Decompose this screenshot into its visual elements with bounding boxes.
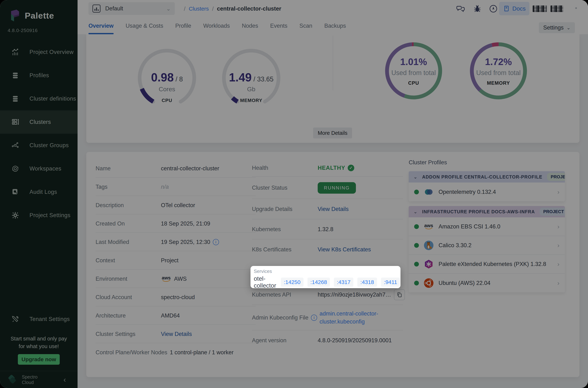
sidebar-item-profiles[interactable]: Profiles: [0, 64, 78, 87]
top-header: Default ⌄ / Clusters / central-collector…: [78, 0, 588, 18]
cpu-donut-subtitle: Used from total: [385, 69, 442, 77]
breadcrumb-clusters-link[interactable]: Clusters: [189, 6, 209, 12]
service-port-link[interactable]: :14250: [281, 278, 303, 287]
tab-scan[interactable]: Scan: [299, 18, 312, 34]
spectro-cloud-logo-icon: [7, 374, 19, 386]
profile-layer-row-opentelemetry[interactable]: Opentelemetry 0.132.4 ›: [409, 183, 565, 201]
infrastructure-profile-group: ⌄ INFRASTRUCTURE PROFILE DOCS-AWS-INFRA …: [409, 206, 565, 292]
cluster-settings-view-details-link[interactable]: View Details: [161, 331, 192, 337]
memory-usage-donut-chart: 1.72% Used from total MEMORY: [470, 42, 527, 100]
breadcrumb-current-cluster: central-collector-cluster: [217, 5, 281, 12]
detail-row-last-modified: Last Modified 19 Sep 2025, 12:30 i: [96, 233, 258, 251]
sidebar-item-cluster-groups[interactable]: Cluster Groups: [0, 134, 78, 157]
cpu-gauge-title: CPU: [134, 98, 200, 103]
tab-events[interactable]: Events: [270, 18, 287, 34]
info-icon[interactable]: i: [213, 239, 219, 245]
detail-row-nodes: Control Plane/Worker Nodes 1 control-pla…: [96, 343, 258, 362]
tools-icon: [11, 315, 20, 323]
admin-kubeconfig-link[interactable]: admin.central-collector-cluster.kubeconf…: [319, 310, 405, 326]
view-k8s-certificates-link[interactable]: View K8s Certificates: [318, 246, 371, 253]
service-port-link[interactable]: :4317: [334, 278, 353, 287]
sidebar: Palette 4.8.0-250916 Project Overview Pr…: [0, 0, 78, 388]
services-label: Services: [254, 268, 397, 274]
palette-logo: Palette: [7, 9, 54, 22]
tab-overview[interactable]: Overview: [89, 18, 113, 34]
profile-layer-row-ebs-csi[interactable]: aws Amazon EBS CSI 1.46.0 ›: [409, 217, 565, 236]
profile-layer-row-calico[interactable]: Calico 3.30.2 ›: [409, 236, 565, 255]
tags-value: n/a: [161, 184, 169, 190]
memory-gauge-title: MEMORY: [218, 98, 284, 103]
redacted-username-block: [550, 5, 563, 12]
redacted-username-block: [533, 5, 547, 12]
upgrade-view-details-link[interactable]: View Details: [318, 206, 349, 212]
info-icon[interactable]: i: [311, 315, 317, 321]
sidebar-collapse-chevron-icon[interactable]: ‹: [64, 376, 66, 384]
opentelemetry-logo-icon: [424, 187, 434, 197]
chevron-down-icon: ⌄: [166, 5, 171, 12]
docs-button[interactable]: Docs: [499, 2, 529, 15]
status-row-k8s-certificates: K8s Certificates View K8s Certificates: [252, 239, 405, 260]
sidebar-item-project-overview[interactable]: Project Overview: [0, 40, 78, 64]
detail-row-description: Description OTel collector: [96, 196, 258, 214]
audit-log-icon: [11, 188, 20, 196]
nodes-value: 1 control-plane / 1 worker: [170, 349, 234, 356]
kubernetes-version-value: 1.32.8: [318, 226, 333, 233]
detail-row-name: Name central-collector-cluster: [96, 159, 258, 178]
cpu-unit-label: Cores: [134, 86, 200, 93]
chevron-right-icon: ›: [557, 188, 559, 195]
tab-profile[interactable]: Profile: [175, 18, 191, 34]
service-port-link[interactable]: :9411: [381, 278, 400, 287]
sidebar-item-label: Clusters: [29, 119, 51, 125]
running-status-badge: RUNNING: [318, 182, 356, 194]
sidebar-nav: Project Overview Profiles Cluster defini…: [0, 40, 78, 227]
context-value: Project: [161, 257, 178, 264]
detail-row-tags: Tags n/a: [96, 178, 258, 196]
project-badge: PROJECT: [540, 208, 565, 216]
status-row-upgrade-details: Upgrade Details View Details: [252, 199, 405, 219]
sidebar-item-tenant-settings[interactable]: Tenant Settings: [0, 308, 78, 331]
status-row-agent-version: Agent version 4.8.0-250919/20250919.0001: [252, 330, 405, 350]
presence-dot: [575, 7, 577, 9]
detail-row-architecture: Architecture AMD64: [96, 306, 258, 325]
status-row-cluster-status: Cluster Status RUNNING: [252, 177, 405, 199]
sidebar-item-project-settings[interactable]: Project Settings: [0, 204, 78, 227]
feedback-chat-icon[interactable]: [456, 4, 465, 13]
layers-icon: [11, 71, 20, 80]
sidebar-item-audit-logs[interactable]: Audit Logs: [0, 180, 78, 204]
profile-layer-row-pxk[interactable]: Palette eXtended Kubernetes (PXK) 1.32.8…: [409, 255, 565, 274]
upgrade-now-button[interactable]: Upgrade now: [18, 354, 60, 365]
sidebar-item-clusters[interactable]: Clusters: [0, 110, 78, 134]
settings-button[interactable]: Settings ⌄: [539, 22, 575, 33]
service-port-link[interactable]: :14268: [307, 278, 330, 287]
project-scope-value: Default: [105, 5, 123, 12]
more-details-button[interactable]: More Details: [313, 127, 352, 138]
tab-workloads[interactable]: Workloads: [203, 18, 230, 34]
architecture-value: AMD64: [161, 312, 180, 319]
upgrade-promo: Start small and only pay for what you us…: [0, 335, 78, 350]
sidebar-item-workspaces[interactable]: Workspaces: [0, 157, 78, 180]
project-scope-dropdown[interactable]: Default ⌄: [89, 2, 175, 15]
cloud-account-value: spectro-cloud: [161, 294, 195, 301]
sidebar-item-cluster-definitions[interactable]: Cluster definitions: [0, 87, 78, 110]
copy-icon[interactable]: [394, 289, 405, 300]
tab-usage-costs[interactable]: Usage & Costs: [126, 18, 163, 34]
created-on-value: 18 Sep 2025, 21:09: [161, 220, 210, 227]
cpu-usage-donut-chart: 1.01% Used from total CPU: [385, 42, 442, 100]
memory-gauge-chart: 1.49/ 33.65 Gb MEMORY: [218, 45, 284, 111]
memory-total-value: / 33.65: [253, 75, 273, 83]
chevron-down-icon: ⌄: [413, 209, 417, 215]
sidebar-tenant-section: Tenant Settings: [0, 308, 78, 331]
service-port-link[interactable]: :4318: [357, 278, 377, 287]
help-compass-icon[interactable]: [489, 4, 498, 13]
profile-layer-row-ubuntu[interactable]: Ubuntu (AWS) 22.04 ›: [409, 274, 565, 292]
breadcrumb: / Clusters / central-collector-cluster: [184, 0, 281, 18]
tab-nodes[interactable]: Nodes: [242, 18, 258, 34]
cluster-profiles-panel: Cluster Profiles ⌄ ADDON PROFILE CENTRAL…: [409, 159, 565, 297]
infrastructure-profile-header[interactable]: ⌄ INFRASTRUCTURE PROFILE DOCS-AWS-INFRA …: [409, 206, 565, 217]
addon-profile-header[interactable]: ⌄ ADDON PROFILE CENTRAL-COLLECTOR-PROFIL…: [409, 171, 565, 183]
report-bug-icon[interactable]: [473, 4, 482, 13]
calico-logo-icon: [424, 240, 434, 250]
detail-row-cloud-account: Cloud Account spectro-cloud: [96, 288, 258, 306]
tab-backups[interactable]: Backups: [324, 18, 346, 34]
cpu-gauge-chart: 0.98/ 8 Cores CPU: [134, 45, 200, 111]
